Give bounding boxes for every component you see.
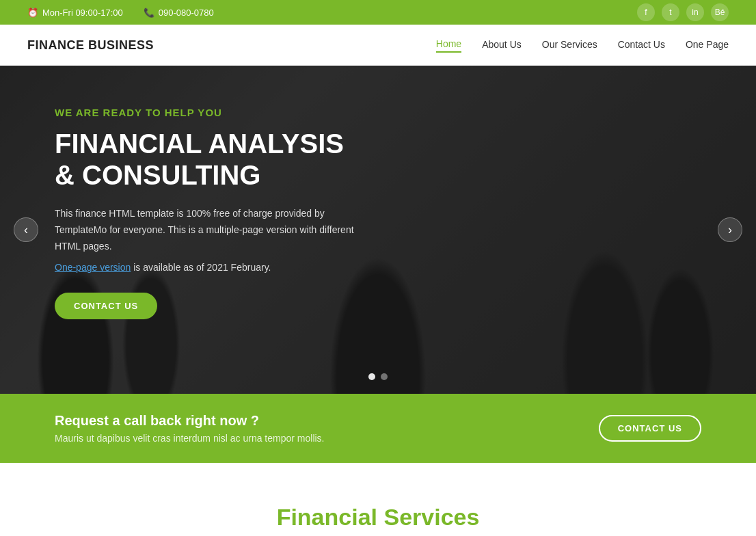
callback-contact-button[interactable]: CONTACT US bbox=[599, 415, 701, 442]
linkedin-icon[interactable]: in bbox=[686, 3, 704, 21]
hero-title: FINANCIAL ANALYSIS & CONSULTING bbox=[55, 128, 355, 191]
left-arrow-icon: ‹ bbox=[24, 223, 28, 237]
callback-banner: Request a call back right now ? Mauris u… bbox=[0, 394, 756, 463]
hero-section: ‹ › WE ARE READY TO HELP YOU FINANCIAL A… bbox=[0, 66, 756, 394]
services-section: Financial Services ALIQUAM ID URNA IMPER… bbox=[0, 463, 756, 536]
hero-title-line1: FINANCIAL ANALYSIS bbox=[55, 129, 344, 159]
navbar: FINANCE BUSINESS Home About Us Our Servi… bbox=[0, 25, 756, 66]
top-bar-left: ⏰ Mon-Fri 09:00-17:00 📞 090-080-0780 bbox=[27, 8, 214, 18]
nav-contact[interactable]: Contact Us bbox=[618, 39, 665, 52]
hero-title-line2: & CONSULTING bbox=[55, 160, 260, 190]
brand-logo: FINANCE BUSINESS bbox=[27, 38, 154, 53]
hero-one-page-link[interactable]: One-page version bbox=[55, 262, 131, 273]
slider-next-arrow[interactable]: › bbox=[718, 217, 742, 242]
hero-link-line: One-page version is available as of 2021… bbox=[55, 261, 355, 273]
phone-icon: 📞 bbox=[144, 8, 154, 18]
hours-item: ⏰ Mon-Fri 09:00-17:00 bbox=[27, 8, 123, 18]
slider-dots bbox=[368, 373, 388, 380]
hero-content: WE ARE READY TO HELP YOU FINANCIAL ANALY… bbox=[0, 66, 410, 360]
slider-dot-2[interactable] bbox=[381, 373, 388, 380]
phone-item: 📞 090-080-0780 bbox=[144, 8, 214, 18]
nav-onepage[interactable]: One Page bbox=[686, 39, 729, 52]
right-arrow-icon: › bbox=[728, 223, 732, 237]
social-links: f t in Bé bbox=[637, 3, 729, 21]
callback-subtext: Mauris ut dapibus velit cras interdum ni… bbox=[55, 433, 325, 444]
slider-dot-1[interactable] bbox=[368, 373, 375, 380]
nav-services[interactable]: Our Services bbox=[542, 39, 597, 52]
clock-icon: ⏰ bbox=[27, 8, 38, 18]
twitter-icon[interactable]: t bbox=[662, 3, 679, 21]
nav-home[interactable]: Home bbox=[436, 38, 461, 53]
hero-link-suffix: is available as of 2021 February. bbox=[131, 262, 271, 273]
nav-links: Home About Us Our Services Contact Us On… bbox=[436, 38, 729, 53]
slider-prev-arrow[interactable]: ‹ bbox=[14, 217, 38, 242]
services-title: Financial Services bbox=[55, 504, 701, 531]
behance-icon[interactable]: Bé bbox=[711, 3, 729, 21]
facebook-icon[interactable]: f bbox=[637, 3, 655, 21]
top-bar: ⏰ Mon-Fri 09:00-17:00 📞 090-080-0780 f t… bbox=[0, 0, 756, 25]
hero-tagline: WE ARE READY TO HELP YOU bbox=[55, 107, 355, 118]
nav-about[interactable]: About Us bbox=[482, 39, 522, 52]
hero-contact-button[interactable]: CONTACT US bbox=[55, 293, 157, 319]
services-title-colored: Services bbox=[383, 504, 479, 530]
services-title-plain: Financial bbox=[277, 504, 377, 530]
callback-heading: Request a call back right now ? bbox=[55, 413, 325, 429]
phone-text: 090-080-0780 bbox=[159, 8, 214, 18]
callback-text: Request a call back right now ? Mauris u… bbox=[55, 413, 325, 444]
hero-description: This finance HTML template is 100% free … bbox=[55, 206, 355, 254]
hours-text: Mon-Fri 09:00-17:00 bbox=[42, 8, 123, 18]
